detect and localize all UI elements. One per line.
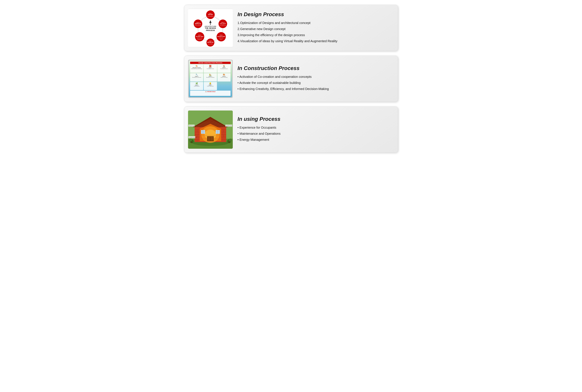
svg-text:& ANALYZE: & ANALYZE [219, 38, 223, 38]
svg-text:STEP 1: STEP 1 [209, 13, 212, 14]
construction-cell-step2: 🏠 STEP 2 Framing structure [217, 64, 231, 73]
svg-text:COLLECT: COLLECT [220, 23, 226, 24]
design-process-title: In Design Process [238, 11, 394, 18]
svg-text:REVIEW NEW: REVIEW NEW [196, 36, 203, 37]
svg-rect-92 [229, 141, 229, 143]
svg-text:STEP 6: STEP 6 [198, 35, 201, 36]
svg-text:PROCESS: PROCESS [206, 30, 215, 31]
construction-process-title: In Construction Process [238, 65, 394, 72]
construction-cell-step3: 🔧 STEP 3 Plumbing & electrical [190, 73, 203, 81]
svg-text:ARCHITECTURE: ARCHITECTURE [204, 26, 216, 27]
list-item: 3.Improving the efficiency of the design… [238, 32, 394, 38]
svg-text:Insulation panels: Insulation panels [226, 125, 232, 126]
svg-rect-89 [191, 141, 192, 143]
list-item: • Activation of Co-creation and cooperat… [238, 74, 394, 79]
svg-text:STEP 2: STEP 2 [221, 22, 225, 23]
construction-process-list: • Activation of Co-creation and cooperat… [238, 74, 394, 91]
svg-text:FEEDBACK: FEEDBACK [197, 39, 202, 40]
design-process-content: In Design Process 1.Optimization of Desi… [238, 11, 394, 45]
list-item: 4.Visualization of ideas by using Virtua… [238, 39, 394, 44]
svg-text:DEVELOP: DEVELOP [207, 42, 214, 43]
design-process-card: ARCHITECTURE THE DESIGN PROCESS STEP 1 D… [184, 5, 398, 51]
construction-cell-step1: 🧱 STEP 1 Foundation work [204, 64, 217, 73]
svg-text:SOLUTIONS: SOLUTIONS [208, 44, 213, 44]
svg-text:BRAINSTORM: BRAINSTORM [217, 36, 225, 37]
using-process-image: Filling the gaps Insulation panels Concr… [188, 110, 233, 149]
svg-rect-71 [207, 137, 210, 141]
construction-cell-step7: 👷 STEP 7 Final inspection [204, 82, 217, 90]
list-item: • Enhancing Creativity, Efficiency, and … [238, 86, 394, 91]
list-item: • Activate the concept of sustainable bu… [238, 80, 394, 85]
svg-text:Filling the gaps: Filling the gaps [189, 125, 195, 126]
svg-text:Concrete foundation: Concrete foundation [189, 137, 197, 138]
construction-cell-project: 🏗️ PROJECT HOUSE Initial planning and de… [190, 64, 203, 73]
svg-text:INFORMATION: INFORMATION [220, 25, 226, 26]
construction-diagram-title: HOUSE CONSTRUCTION PROCESS [190, 62, 231, 64]
construction-cell-step5: 🎨 STEP 5 Interior finishing [217, 73, 231, 81]
design-process-list: 1.Optimization of Designs and architectu… [238, 20, 394, 44]
svg-text:THE DESIGN: THE DESIGN [205, 27, 216, 29]
list-item: 1.Optimization of Designs and architectu… [238, 20, 394, 25]
svg-point-88 [189, 138, 192, 142]
svg-text:DEFINE: DEFINE [208, 14, 213, 16]
svg-text:IMPROVE: IMPROVE [195, 23, 201, 24]
construction-process-image: HOUSE CONSTRUCTION PROCESS 🏗️ PROJECT HO… [188, 60, 233, 98]
construction-process-content: In Construction Process • Activation of … [238, 65, 394, 92]
svg-text:YOUR DESIGN: YOUR DESIGN [195, 25, 201, 26]
construction-cell-sale: 🏘️ HOUSE SALE [190, 90, 231, 96]
list-item: • Maintenance and Operations [238, 131, 394, 136]
svg-point-91 [229, 138, 232, 142]
using-process-content: In using Process • Experience for Occupa… [238, 116, 394, 143]
svg-text:DESIGN & GET: DESIGN & GET [197, 38, 203, 38]
svg-text:STEP 5: STEP 5 [196, 22, 200, 23]
construction-cell-step6: 🌿 STEP 6 Landscaping [190, 82, 203, 90]
svg-rect-72 [211, 137, 213, 141]
construction-process-card: HOUSE CONSTRUCTION PROCESS 🏗️ PROJECT HO… [184, 56, 398, 102]
svg-text:STEP 4: STEP 4 [219, 35, 223, 36]
using-process-card: Filling the gaps Insulation panels Concr… [184, 106, 398, 153]
svg-text:STEP 5: STEP 5 [209, 40, 212, 42]
list-item: • Experience for Occupants [238, 125, 394, 130]
construction-grid: 🏗️ PROJECT HOUSE Initial planning and de… [190, 64, 231, 96]
using-process-title: In using Process [238, 116, 394, 122]
construction-cell-step4: 🏡 STEP 4 Roofing & windows [204, 73, 217, 81]
svg-text:IDEAS: IDEAS [220, 39, 222, 40]
list-item: 2.Generative new Design concept [238, 26, 394, 31]
using-process-list: • Experience for Occupants • Maintenance… [238, 125, 394, 142]
list-item: • Energy Management [238, 137, 394, 142]
svg-text:THE PROBLEM: THE PROBLEM [207, 16, 214, 17]
design-process-image: ARCHITECTURE THE DESIGN PROCESS STEP 1 D… [188, 9, 233, 47]
